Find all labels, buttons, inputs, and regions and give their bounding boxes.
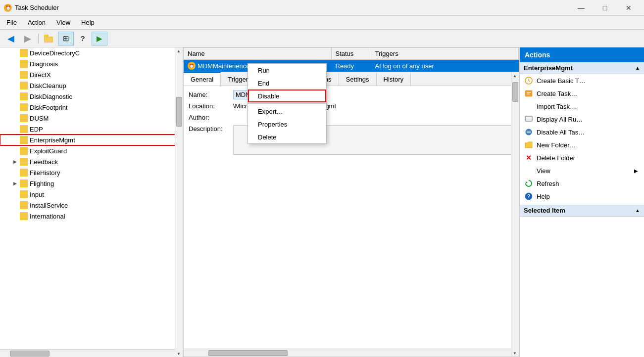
refresh-label: Refresh: [537, 180, 640, 187]
hscroll-thumb[interactable]: [10, 351, 50, 357]
action-refresh[interactable]: Refresh: [520, 177, 644, 190]
author-label: Author:: [189, 114, 233, 121]
detail-vscroll[interactable]: ▲ ▼: [511, 72, 519, 357]
display-all-label: Display All Ru…: [537, 116, 640, 123]
toolbar-run[interactable]: ▶: [92, 32, 107, 45]
sidebar-item-diskcleanup[interactable]: DiskCleanup: [0, 80, 183, 91]
ctx-end[interactable]: End: [248, 77, 326, 89]
ctx-disable[interactable]: Disable: [248, 89, 326, 102]
sidebar-item-filehistory[interactable]: FileHistory: [0, 167, 183, 178]
task-row-icon: ⏰: [188, 62, 196, 70]
delete-folder-label: Delete Folder: [537, 154, 640, 162]
sidebar-item-installservice[interactable]: InstallService: [0, 200, 183, 211]
sidebar-item-directx[interactable]: DirectX: [0, 69, 183, 80]
svg-rect-7: [526, 117, 531, 120]
ctx-run[interactable]: Run: [248, 64, 326, 77]
toolbar-view[interactable]: ⊞: [58, 32, 74, 45]
minimize-button[interactable]: —: [570, 0, 593, 16]
actions-header: Actions: [520, 47, 644, 62]
detail-location-row: Location: \Microsoft\Windows\EnterpriseM…: [189, 102, 514, 110]
sidebar-hscroll[interactable]: [0, 349, 175, 357]
help-icon: ?: [524, 191, 534, 201]
folder-icon: [20, 92, 28, 100]
sidebar-item-diagnosis[interactable]: Diagnosis: [0, 58, 183, 69]
menu-help[interactable]: Help: [77, 17, 99, 28]
delete-folder-icon: ✕: [524, 153, 534, 163]
action-create-basic-task[interactable]: Create Basic T…: [520, 74, 644, 87]
toolbar-folder[interactable]: [41, 32, 57, 45]
task-status-cell: Ready: [332, 60, 371, 72]
title-bar-left: ⏰ Task Scheduler: [4, 4, 59, 12]
disable-all-icon: [524, 127, 534, 137]
import-task-label: Import Task…: [537, 103, 640, 110]
ctx-properties[interactable]: Properties: [248, 118, 326, 131]
actions-section-selected[interactable]: Selected Item ▲: [520, 205, 644, 217]
sidebar-item-devicedirectoryc[interactable]: DeviceDirectoryC: [0, 47, 183, 58]
center-panel: Name Status Triggers ⏰ MDMMaintenenceTas…: [183, 47, 519, 357]
sidebar-item-dusm[interactable]: DUSM: [0, 113, 183, 124]
detail-panel: General Triggers Actions Conditions Sett…: [183, 72, 519, 357]
create-basic-task-label: Create Basic T…: [537, 77, 640, 85]
action-view[interactable]: View ▶: [520, 164, 644, 177]
sidebar-item-exploitguard[interactable]: ExploitGuard: [0, 145, 183, 156]
import-task-icon: [524, 101, 534, 111]
new-folder-icon: [524, 140, 534, 150]
action-create-task[interactable]: Create Task…: [520, 87, 644, 100]
close-button[interactable]: ✕: [617, 0, 640, 16]
ctx-delete[interactable]: Delete: [248, 131, 326, 143]
action-help[interactable]: ? Help: [520, 190, 644, 203]
sidebar-item-input[interactable]: Input: [0, 189, 183, 200]
actions-section-enterprisemgmt[interactable]: EnterpriseMgmt ▲: [520, 62, 644, 74]
sidebar-vscroll[interactable]: ▲ ▼: [175, 47, 183, 357]
main-layout: DeviceDirectoryC Diagnosis DirectX DiskC…: [0, 47, 644, 357]
sidebar-item-diskfootprint[interactable]: DiskFootprint: [0, 102, 183, 113]
task-row[interactable]: ⏰ MDMMaintenenceTask Ready At log on of …: [184, 60, 519, 72]
view-icon: [524, 166, 534, 176]
sidebar-item-enterprisemgmt[interactable]: EnterpriseMgmt: [0, 134, 183, 145]
action-delete-folder[interactable]: ✕ Delete Folder: [520, 151, 644, 164]
sidebar-item-flighting[interactable]: ▶ Flighting: [0, 178, 183, 189]
detail-content: Name: MDMMaintenenceTask Location: \Micr…: [184, 86, 519, 164]
maximize-button[interactable]: □: [594, 0, 616, 16]
toolbar: ◀ ▶ ⊞ ? ▶: [0, 30, 644, 47]
menu-action[interactable]: Action: [23, 17, 50, 28]
tab-settings[interactable]: Settings: [339, 72, 377, 86]
vscroll-thumb[interactable]: [176, 97, 182, 127]
menu-file[interactable]: File: [2, 17, 21, 28]
action-display-all-running[interactable]: Display All Ru…: [520, 113, 644, 126]
action-import-task[interactable]: Import Task…: [520, 100, 644, 113]
toolbar-back[interactable]: ◀: [3, 32, 19, 45]
app-icon: ⏰: [4, 4, 12, 12]
detail-tabs: General Triggers Actions Conditions Sett…: [184, 72, 519, 86]
action-new-folder[interactable]: New Folder…: [520, 138, 644, 151]
new-folder-label: New Folder…: [537, 141, 640, 149]
sidebar-item-international[interactable]: International: [0, 211, 183, 222]
title-bar: ⏰ Task Scheduler — □ ✕: [0, 0, 644, 16]
ctx-separator: [248, 103, 326, 104]
sidebar-item-feedback[interactable]: ▶ Feedback: [0, 156, 183, 167]
menu-view[interactable]: View: [52, 17, 75, 28]
col-triggers: Triggers: [371, 48, 519, 59]
sidebar-tree: DeviceDirectoryC Diagnosis DirectX DiskC…: [0, 47, 183, 357]
toolbar-help[interactable]: ?: [75, 32, 91, 45]
view-submenu-arrow: ▶: [634, 168, 640, 174]
tab-general[interactable]: General: [184, 72, 221, 86]
toolbar-forward[interactable]: ▶: [20, 32, 36, 45]
folder-icon: [20, 125, 28, 133]
task-table: Name Status Triggers ⏰ MDMMaintenenceTas…: [183, 47, 519, 72]
detail-hscroll[interactable]: [184, 349, 511, 357]
detail-vscroll-thumb[interactable]: [512, 82, 518, 102]
folder-icon: [20, 49, 28, 57]
sidebar-item-diskdiagnostic[interactable]: DiskDiagnostic: [0, 91, 183, 102]
create-task-label: Create Task…: [537, 90, 640, 97]
folder-icon: [20, 212, 28, 220]
sidebar-item-edp[interactable]: EDP: [0, 124, 183, 134]
detail-hscroll-thumb[interactable]: [208, 350, 288, 356]
folder-icon: [20, 147, 28, 155]
refresh-icon: [524, 178, 534, 188]
svg-line-2: [529, 81, 530, 82]
ctx-export[interactable]: Export…: [248, 105, 326, 118]
create-task-icon: [524, 89, 534, 98]
action-disable-all-tasks[interactable]: Disable All Tas…: [520, 126, 644, 138]
tab-history[interactable]: History: [377, 72, 411, 86]
